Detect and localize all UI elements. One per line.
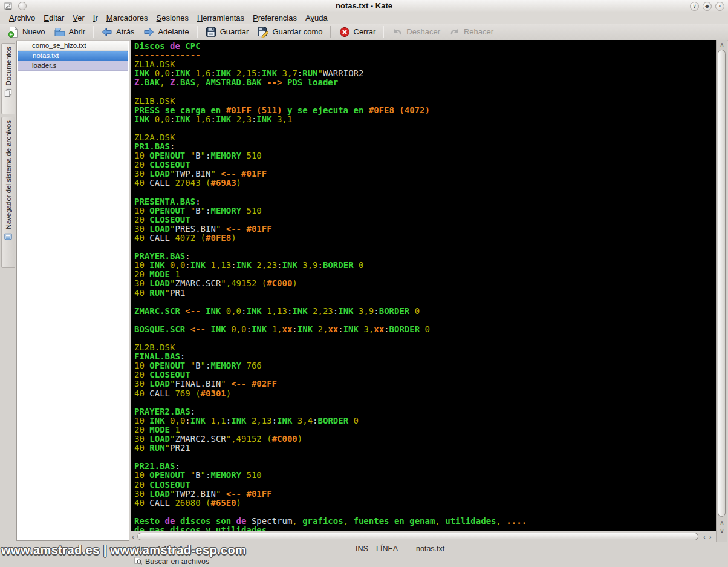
new-document-icon bbox=[7, 26, 19, 38]
sidebar-tab-strip: DocumentosNavegador del sistema de archi… bbox=[0, 40, 16, 542]
menu-editar[interactable]: Editar bbox=[39, 13, 68, 23]
editor-line: ZL1A.DSK bbox=[134, 60, 716, 69]
editor-line: 30 LOAD"FINAL.BIN" <-- #02FF bbox=[134, 379, 716, 388]
horizontal-scrollbar-thumb[interactable] bbox=[137, 533, 698, 540]
editor-line bbox=[134, 398, 716, 407]
editor-line: 10 OPENOUT "B":MEMORY 766 bbox=[134, 361, 716, 370]
vertical-scrollbar-thumb[interactable] bbox=[718, 50, 726, 517]
scroll-up-icon[interactable]: ∧ bbox=[717, 41, 727, 48]
undo-button: Deshacer bbox=[387, 25, 444, 39]
window-menu-button[interactable] bbox=[18, 2, 27, 10]
save-as-button[interactable]: Guardar como bbox=[253, 25, 327, 39]
sidebar-tab-filesystem-browser[interactable]: Navegador del sistema de archivos bbox=[1, 117, 15, 268]
kate-app-icon bbox=[4, 2, 13, 10]
editor-line: 10 OPENOUT "B":MEMORY 510 bbox=[134, 151, 716, 160]
save-icon bbox=[205, 26, 217, 38]
editor-line bbox=[134, 298, 716, 307]
editor-lines: Discos de CPC-------------ZL1A.DSKINK 0,… bbox=[131, 40, 716, 531]
editor-line: 30 LOAD"ZMARC2.SCR",49152 (#C000) bbox=[134, 434, 716, 444]
close-window-button[interactable]: × bbox=[715, 2, 724, 11]
back-button[interactable]: Atrás bbox=[97, 25, 138, 39]
forward-button[interactable]: Adelante bbox=[138, 25, 193, 39]
minimize-button[interactable]: ∨ bbox=[690, 2, 699, 11]
editor-line: PRAYER.BAS: bbox=[134, 252, 716, 261]
editor-line: 20 CLOSEOUT bbox=[134, 160, 716, 169]
menu-ver[interactable]: Ver bbox=[68, 13, 89, 23]
document-list-item[interactable]: loader.s bbox=[18, 61, 128, 71]
editor-line: INK 0,0:INK 1,6:INK 2,15:INK 3,7:RUN"WAR… bbox=[134, 69, 716, 78]
menu-marcadores[interactable]: Marcadores bbox=[102, 13, 152, 23]
editor-line bbox=[134, 87, 716, 96]
editor-line: de mas discos y utilidades bbox=[134, 526, 716, 531]
editor-line: 40 RUN"PR1 bbox=[134, 289, 716, 298]
file-browser-icon bbox=[4, 232, 13, 243]
editor-line: 40 CALL 27043 (#69A3) bbox=[134, 179, 716, 188]
editor-line: 20 MODE 1 bbox=[134, 425, 716, 434]
open-button[interactable]: Abrir bbox=[50, 25, 89, 39]
sidebar-tab-documents[interactable]: Documentos bbox=[1, 43, 15, 114]
editor-line: PRAYER2.BAS: bbox=[134, 407, 716, 416]
document-list-item[interactable]: como_se_hizo.txt bbox=[18, 41, 128, 51]
find-in-files-label: Buscar en archivos bbox=[145, 557, 209, 566]
open-label: Abrir bbox=[69, 27, 85, 36]
editor-line bbox=[134, 243, 716, 252]
editor-line: FINAL.BAS: bbox=[134, 352, 716, 361]
editor-line: 10 INK 0,0:INK 1,1:INK 2,13:INK 3,4:BORD… bbox=[134, 416, 716, 425]
toolbar: NuevoAbrirAtrásAdelanteGuardarGuardar co… bbox=[0, 24, 728, 41]
open-icon bbox=[54, 26, 66, 38]
text-editor[interactable]: Discos de CPC-------------ZL1A.DSKINK 0,… bbox=[131, 40, 716, 531]
save-button[interactable]: Guardar bbox=[201, 25, 253, 39]
editor-line bbox=[134, 334, 716, 343]
editor-line: Resto de discos son de Spectrum, grafico… bbox=[134, 517, 716, 526]
editor-line: 40 RUN"PR21 bbox=[134, 444, 716, 453]
documents-icon bbox=[4, 88, 13, 100]
toolbar-separator bbox=[197, 26, 198, 38]
new-label: Nuevo bbox=[22, 27, 45, 36]
editor-line: Z.BAK, Z.BAS, AMSTRAD.BAK --> PDS loader bbox=[134, 78, 716, 87]
vertical-scrollbar[interactable]: ∧ ∧ ∨ bbox=[716, 40, 727, 542]
menu-herramientas[interactable]: Herramientas bbox=[193, 13, 249, 23]
editor-line: ------------- bbox=[134, 51, 716, 60]
scroll-up-icon[interactable]: ∧ bbox=[717, 519, 727, 526]
new-button[interactable]: Nuevo bbox=[3, 25, 50, 39]
editor-line: PRESENTA.BAS: bbox=[134, 197, 716, 206]
editor-line: ZL2A.DSK bbox=[134, 133, 716, 142]
document-list-item[interactable]: notas.txt bbox=[18, 51, 128, 61]
save-as-icon bbox=[257, 26, 269, 38]
redo-label: Rehacer bbox=[464, 27, 493, 36]
menu-sesiones[interactable]: Sesiones bbox=[152, 13, 192, 23]
status-filename: notas.txt bbox=[416, 545, 444, 553]
find-in-files-button[interactable]: Buscar en archivos bbox=[132, 556, 212, 567]
editor-line: Discos de CPC bbox=[134, 42, 716, 51]
undo-label: Deshacer bbox=[406, 27, 440, 36]
maximize-button[interactable]: ◆ bbox=[703, 2, 712, 11]
redo-icon bbox=[449, 26, 461, 38]
editor-line: 30 LOAD"TWP2.BIN" <-- #01FF bbox=[134, 490, 716, 499]
scroll-right-icon[interactable]: › bbox=[709, 533, 712, 541]
horizontal-scrollbar[interactable]: ‹ ‹ › bbox=[131, 532, 716, 542]
selection-mode-indicator: LÍNEA bbox=[376, 545, 398, 553]
editor-line: 20 CLOSEOUT bbox=[134, 215, 716, 225]
editor-line: BOSQUE.SCR <-- INK 0,0:INK 1,xx:INK 2,xx… bbox=[134, 325, 716, 334]
close-button[interactable]: Cerrar bbox=[334, 25, 380, 39]
editor-line: 40 CALL 26080 (#65E0) bbox=[134, 499, 716, 508]
editor-line: 20 CLOSEOUT bbox=[134, 370, 716, 379]
forward-icon bbox=[143, 26, 155, 38]
editor-line bbox=[134, 453, 716, 462]
scroll-left-icon[interactable]: ‹ bbox=[132, 533, 134, 541]
menu-ir[interactable]: Ir bbox=[89, 13, 102, 23]
editor-line: ZL1B.DSK bbox=[134, 97, 716, 106]
editor-line: 40 CALL 4072 (#0FE8) bbox=[134, 234, 716, 243]
editor-line: 10 INK 0,0:INK 1,13:INK 2,23:INK 3,9:BOR… bbox=[134, 261, 716, 270]
editor-line: 30 LOAD"TWP.BIN" <-- #01FF bbox=[134, 169, 716, 179]
editor-line bbox=[134, 508, 716, 517]
menu-ayuda[interactable]: Ayuda bbox=[301, 13, 332, 23]
scroll-left-icon[interactable]: ‹ bbox=[703, 533, 706, 541]
watermark-text: www.amstrad.es | www.amstrad-esp.com bbox=[1, 543, 246, 557]
menu-preferencias[interactable]: Preferencias bbox=[249, 13, 301, 23]
redo-button: Rehacer bbox=[444, 25, 498, 39]
scroll-down-icon[interactable]: ∨ bbox=[717, 528, 727, 535]
back-icon bbox=[101, 26, 113, 38]
window-title: notas.txt - Kate bbox=[0, 0, 728, 12]
menu-archivo[interactable]: Archivo bbox=[5, 13, 39, 23]
